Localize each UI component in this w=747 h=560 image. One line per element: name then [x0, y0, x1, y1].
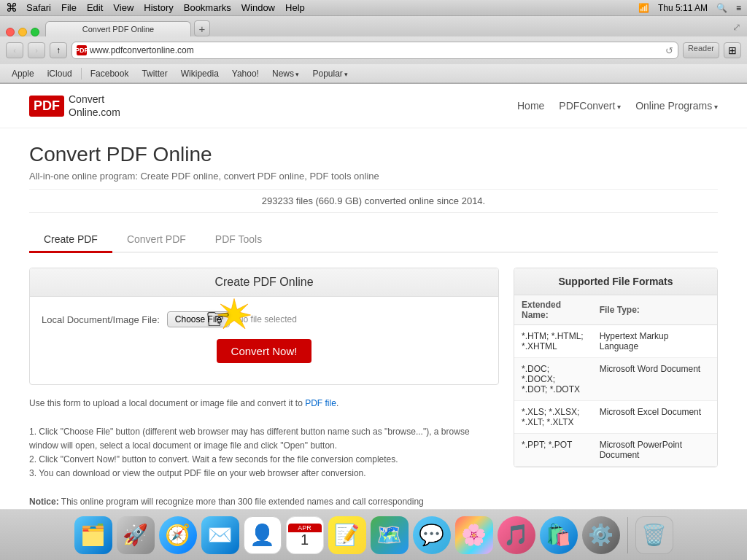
minimize-window-button[interactable]: [18, 28, 27, 36]
dock-mail[interactable]: ✉️: [201, 516, 239, 554]
step-1: 1. Click "Choose File" button (different…: [29, 425, 499, 453]
format-type-ppt: Microsoft PowerPoint Document: [592, 434, 717, 467]
bookmark-separator: [81, 68, 82, 79]
dock-finder[interactable]: 🗂️: [74, 516, 112, 554]
tab-pdf-tools[interactable]: PDF Tools: [201, 228, 276, 253]
list-icon[interactable]: ≡: [736, 3, 741, 13]
dock-launchpad[interactable]: 🚀: [117, 516, 155, 554]
dock-safari[interactable]: 🧭: [159, 516, 197, 554]
menu-safari[interactable]: Safari: [26, 2, 51, 13]
menu-history[interactable]: History: [144, 2, 173, 13]
share-button[interactable]: ↑: [50, 42, 67, 58]
bookmark-popular[interactable]: Popular: [307, 67, 355, 80]
format-row-excel: *.XLS; *.XLSX; *.XLT; *.XLTX Microsoft E…: [514, 401, 717, 434]
menu-edit[interactable]: Edit: [87, 2, 103, 13]
back-button[interactable]: ‹: [6, 42, 23, 58]
bookmark-icloud[interactable]: iCloud: [42, 67, 78, 80]
menu-window[interactable]: Window: [241, 2, 275, 13]
format-ext-word: *.DOC; *.DOCX; *.DOT; *.DOTX: [514, 358, 592, 401]
notice: Notice: This online program will recogni…: [29, 495, 499, 509]
menu-view[interactable]: View: [113, 2, 133, 13]
site-logo: PDF Convert Online.com: [29, 93, 120, 119]
format-type-excel: Microsoft Excel Document: [592, 401, 717, 434]
instructions-intro: Use this form to upload a local document…: [29, 397, 499, 411]
bookmark-yahoo[interactable]: Yahoo!: [226, 67, 265, 80]
browser-chrome: Convert PDF Online + ⤢ ‹ › ↑ PDF www.pdf…: [0, 16, 747, 84]
pdf-link[interactable]: PDF file: [305, 398, 336, 408]
convert-button[interactable]: Convert Now!: [217, 339, 312, 363]
tab-convert-pdf[interactable]: Convert PDF: [112, 228, 201, 253]
left-panel: Create PDF Online Local Document/Image F…: [29, 268, 499, 509]
col-type-header: File Type:: [592, 295, 717, 325]
new-tab-button[interactable]: +: [194, 20, 210, 36]
dock-photos[interactable]: 🌸: [455, 516, 493, 554]
wifi-icon: 📶: [638, 3, 649, 13]
notice-text: This online program will recognize more …: [61, 497, 424, 507]
site-main: Convert PDF Online All-in-one online pro…: [0, 128, 747, 510]
search-icon[interactable]: 🔍: [716, 3, 727, 13]
url-bar[interactable]: PDF www.pdfconvertonline.com ↺: [71, 42, 678, 59]
right-panel: Supported File Formats Extended Name: Fi…: [514, 268, 718, 509]
format-ext-excel: *.XLS; *.XLSX; *.XLT; *.XLTX: [514, 401, 592, 434]
tab-bar: Convert PDF Online + ⤢: [0, 16, 747, 36]
page-title: Convert PDF Online: [29, 143, 718, 166]
dock-calendar[interactable]: APR 1: [286, 516, 324, 554]
format-type-word: Microsoft Word Document: [592, 358, 717, 401]
dock-contacts[interactable]: 👤: [244, 516, 282, 554]
forward-button[interactable]: ›: [28, 42, 45, 58]
window-controls: ⤢: [732, 20, 741, 34]
formats-header: Supported File Formats: [514, 268, 717, 295]
nav-pdfconvert[interactable]: PDFConvert: [559, 100, 621, 112]
bookmark-apple[interactable]: Apple: [6, 67, 40, 80]
dock-messages[interactable]: 💬: [413, 516, 451, 554]
dock: 🗂️ 🚀 🧭 ✉️ 👤 APR 1 📝 🗺️ 💬 🌸 🎵 🛍️ ⚙️ 🗑️: [0, 509, 747, 560]
file-input-row: Local Document/Image File: Choose File N…: [42, 311, 487, 327]
bookmark-button[interactable]: ⊞: [724, 42, 741, 58]
tab-create-pdf[interactable]: Create PDF: [29, 228, 112, 253]
bookmark-news[interactable]: News: [266, 67, 306, 80]
active-tab[interactable]: Convert PDF Online: [45, 21, 191, 36]
dock-appstore[interactable]: 🛍️: [540, 516, 578, 554]
formats-box: Supported File Formats Extended Name: Fi…: [514, 268, 718, 467]
bookmark-twitter[interactable]: Twitter: [136, 67, 173, 80]
nav-online-programs[interactable]: Online Programs: [635, 100, 718, 112]
dock-trash[interactable]: 🗑️: [635, 516, 673, 554]
browser-toolbar: ‹ › ↑ PDF www.pdfconvertonline.com ↺ Rea…: [0, 36, 747, 64]
form-box-body: Local Document/Image File: Choose File N…: [30, 297, 498, 384]
reader-button[interactable]: Reader: [683, 42, 719, 58]
reload-button[interactable]: ↺: [665, 45, 673, 56]
content-area: Create PDF Online Local Document/Image F…: [29, 268, 718, 509]
dock-systemprefs[interactable]: ⚙️: [582, 516, 620, 554]
format-ext-html: *.HTM; *.HTML; *.XHTML: [514, 325, 592, 358]
traffic-lights: [6, 28, 39, 36]
step-3: 3. You can download or view the output P…: [29, 467, 499, 481]
bookmarks-bar: Apple iCloud Facebook Twitter Wikipedia …: [0, 64, 747, 83]
page-subtitle: All-in-one online program: Create PDF on…: [29, 171, 718, 182]
format-row-html: *.HTM; *.HTML; *.XHTML Hypertext Markup …: [514, 325, 717, 358]
dock-separator: [627, 517, 628, 553]
close-window-button[interactable]: [6, 28, 15, 36]
logo-line2: Online.com: [69, 106, 120, 119]
dock-notes[interactable]: 📝: [328, 516, 366, 554]
content-tabs: Create PDF Convert PDF PDF Tools: [29, 228, 718, 253]
bookmark-facebook[interactable]: Facebook: [85, 67, 135, 80]
logo-line1: Convert: [69, 93, 120, 106]
menu-bar: ⌘ Safari File Edit View History Bookmark…: [0, 0, 747, 16]
choose-file-button[interactable]: Choose File: [167, 311, 230, 327]
form-box: Create PDF Online Local Document/Image F…: [29, 268, 499, 385]
format-ext-ppt: *.PPT; *.POT: [514, 434, 592, 467]
format-row-word: *.DOC; *.DOCX; *.DOT; *.DOTX Microsoft W…: [514, 358, 717, 401]
menu-file[interactable]: File: [61, 2, 77, 13]
dock-maps[interactable]: 🗺️: [371, 516, 409, 554]
clock: Thu 5:11 AM: [658, 3, 708, 13]
format-type-html: Hypertext Markup Language: [592, 325, 717, 358]
form-box-header: Create PDF Online: [30, 268, 498, 297]
apple-menu[interactable]: ⌘: [6, 1, 18, 15]
menu-bookmarks[interactable]: Bookmarks: [184, 2, 231, 13]
bookmark-wikipedia[interactable]: Wikipedia: [175, 67, 225, 80]
maximize-window-button[interactable]: [31, 28, 39, 36]
nav-home[interactable]: Home: [517, 100, 544, 112]
menu-help[interactable]: Help: [285, 2, 305, 13]
dock-itunes[interactable]: 🎵: [498, 516, 535, 554]
file-input-label: Local Document/Image File:: [42, 314, 160, 325]
